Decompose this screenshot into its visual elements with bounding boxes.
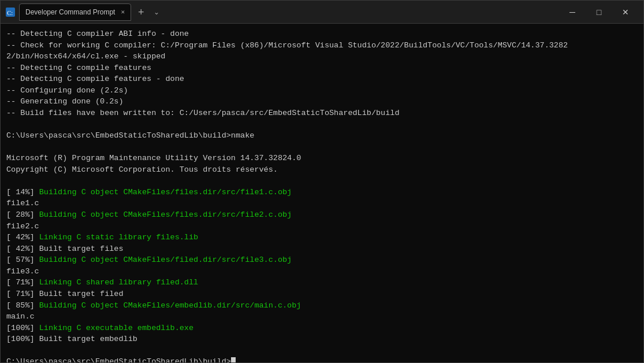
terminal-line: -- Generating done (0.2s) — [6, 96, 638, 108]
terminal-line: -- Configuring done (2.2s) — [6, 85, 638, 97]
terminal-span: Building C object CMakeFiles/embedlib.di… — [39, 301, 301, 310]
add-tab-button[interactable]: + — [135, 7, 148, 17]
terminal-line — [6, 142, 638, 153]
terminal-line: Microsoft (R) Program Maintenance Utilit… — [6, 153, 638, 164]
terminal-line: C:\Users\pasca\src\EmbedStaticToSharedLi… — [6, 130, 638, 142]
terminal-span: Building C object CMakeFiles/files.dir/s… — [39, 188, 292, 197]
terminal-line — [6, 175, 638, 187]
minimize-button[interactable]: ─ — [559, 3, 586, 21]
close-button[interactable]: ✕ — [612, 3, 639, 21]
terminal-span: [ 85%] — [6, 301, 39, 310]
terminal-line: [ 28%] Building C object CMakeFiles/file… — [6, 209, 638, 221]
terminal-line: -- Detecting C compile features - done — [6, 73, 638, 85]
title-bar: C: Developer Command Prompt ✕ + ⌄ ─ □ ✕ — [1, 1, 643, 24]
maximize-button[interactable]: □ — [586, 3, 612, 21]
terminal-line: [ 42%] Linking C static library files.li… — [6, 232, 638, 243]
terminal-line: [ 85%] Building C object CMakeFiles/embe… — [6, 300, 638, 312]
terminal-line: main.c — [6, 311, 638, 323]
terminal-span: [100%] — [6, 324, 39, 332]
terminal-line: file2.c — [6, 221, 638, 232]
terminal-span: [ 42%] — [6, 233, 39, 242]
terminal-span: [ 71%] Built target filed — [6, 290, 124, 298]
title-bar-left: C: Developer Command Prompt ✕ + ⌄ — [5, 3, 559, 21]
terminal-line: [ 42%] Built target files — [6, 243, 638, 255]
terminal-span: [ 14%] — [6, 188, 39, 197]
app-icon: C: — [5, 7, 16, 17]
terminal-span: Linking C static library files.lib — [39, 233, 198, 242]
terminal-line: [ 71%] Linking C shared library filed.dl… — [6, 277, 638, 288]
terminal-span: [ 71%] — [6, 278, 39, 287]
terminal-line: Copyright (C) Microsoft Corporation. Tou… — [6, 164, 638, 176]
terminal-cursor — [231, 357, 236, 362]
terminal-span: Linking C executable embedlib.exe — [39, 324, 193, 332]
terminal-line: C:\Users\pasca\src\EmbedStaticToSharedLi… — [6, 356, 638, 362]
tab-label: Developer Command Prompt — [25, 8, 115, 16]
terminal-line: -- Check for working C compiler: C:/Prog… — [6, 40, 638, 62]
terminal-span: [100%] Built target embedlib — [6, 335, 137, 343]
tab-dropdown-button[interactable]: ⌄ — [151, 8, 162, 16]
terminal-line: [100%] Linking C executable embedlib.exe — [6, 323, 638, 334]
terminal-span: Building C object CMakeFiles/files.dir/s… — [39, 210, 292, 219]
terminal-line: [ 71%] Built target filed — [6, 288, 638, 300]
terminal-line: -- Detecting C compile features — [6, 62, 638, 74]
terminal-window: C: Developer Command Prompt ✕ + ⌄ ─ □ ✕ … — [0, 0, 644, 363]
terminal-line — [6, 345, 638, 357]
terminal-line: -- Build files have been written to: C:/… — [6, 108, 638, 119]
terminal-span: [ 42%] Built target files — [6, 245, 124, 253]
terminal-body[interactable]: -- Detecting C compiler ABI info - done-… — [1, 24, 643, 362]
tab-close-icon[interactable]: ✕ — [121, 8, 125, 16]
terminal-line: -- Detecting C compiler ABI info - done — [6, 28, 638, 40]
terminal-span: Linking C shared library filed.dll — [39, 278, 198, 287]
terminal-span: Building C object CMakeFiles/filed.dir/s… — [39, 255, 292, 264]
terminal-line: [ 57%] Building C object CMakeFiles/file… — [6, 254, 638, 266]
svg-text:C:: C: — [7, 9, 13, 16]
terminal-line: file3.c — [6, 266, 638, 277]
terminal-span: [ 57%] — [6, 255, 39, 264]
active-tab[interactable]: Developer Command Prompt ✕ — [19, 3, 131, 21]
window-controls: ─ □ ✕ — [559, 3, 639, 21]
terminal-line — [6, 119, 638, 131]
terminal-line: [ 14%] Building C object CMakeFiles/file… — [6, 187, 638, 198]
terminal-line: file1.c — [6, 198, 638, 209]
terminal-line: [100%] Built target embedlib — [6, 334, 638, 345]
terminal-span: [ 28%] — [6, 210, 39, 219]
